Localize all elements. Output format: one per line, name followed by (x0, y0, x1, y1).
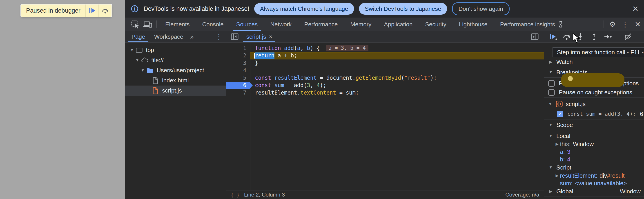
tree-item-index-html[interactable]: index.html (125, 75, 226, 86)
devtools-close-icon[interactable]: ✕ (632, 18, 644, 31)
code-line-7: 7resultElement.textContent = sum; (226, 89, 544, 97)
code-text[interactable]: resultElement.textContent = sum; (250, 89, 544, 97)
code-text[interactable]: return a + b; (250, 52, 544, 59)
code-text[interactable]: } (250, 59, 544, 67)
script-file-icon (556, 100, 563, 108)
inspect-element-button[interactable] (129, 18, 142, 31)
banner-step-over-button[interactable] (98, 5, 112, 17)
pretty-print-icon[interactable]: { } (231, 192, 240, 198)
step-out-button[interactable] (590, 33, 598, 41)
debugger-toolbar (544, 31, 644, 43)
scope-variable-b[interactable]: b: 4 (544, 155, 644, 163)
code-token: } (255, 60, 258, 66)
line-number-4[interactable]: 4 (226, 67, 250, 74)
checkbox[interactable] (548, 89, 555, 96)
disclosure-triangle-icon: ▶ (554, 173, 560, 178)
tab-sources[interactable]: Sources (230, 18, 264, 31)
notification-close-icon[interactable]: ✕ (632, 5, 639, 13)
flask-icon (557, 21, 564, 28)
breakpoint-group-script-js[interactable]: ▼script.js (544, 99, 644, 109)
match-chrome-language-button[interactable]: Always match Chrome's language (254, 3, 354, 15)
code-token: 4 (317, 82, 320, 88)
tab-performance-insights[interactable]: Performance insights (494, 18, 570, 31)
resume-script-button[interactable] (549, 33, 557, 41)
tab-security[interactable]: Security (419, 18, 453, 31)
deactivate-breakpoints-icon (624, 33, 632, 41)
pause-on-caught-exceptions[interactable]: Pause on caught exceptions (544, 88, 644, 97)
watch-section-header[interactable]: ▶Watch (544, 57, 644, 67)
scope-section-header[interactable]: ▼Scope (544, 120, 644, 130)
line-number-2[interactable]: 2 (226, 52, 250, 59)
editor-tab-scriptjs[interactable]: script.js × (242, 31, 276, 42)
notification-bar: DevTools is now available in Japanese! A… (125, 0, 644, 18)
tab-console[interactable]: Console (196, 18, 230, 31)
pane-divider[interactable] (544, 31, 544, 199)
tree-item-top[interactable]: ▼top (125, 45, 226, 55)
scope-variable-a[interactable]: a: 3 (544, 148, 644, 155)
tab-performance[interactable]: Performance (298, 18, 344, 31)
tab-application[interactable]: Application (378, 18, 419, 31)
tab-page[interactable]: Page (127, 31, 150, 42)
code-token: sum (274, 82, 284, 88)
deactivate-breakpoints-button[interactable] (624, 33, 632, 41)
tree-item-label: top (146, 47, 154, 54)
dont-show-again-button[interactable]: Don't show again (452, 2, 510, 15)
scope-variable-this[interactable]: ▶this: Window (544, 140, 644, 148)
line-number-6[interactable]: 6 (226, 82, 250, 89)
scope-group-local[interactable]: ▼Local (544, 132, 644, 140)
code-text[interactable] (250, 67, 544, 74)
tab-label: Sources (236, 18, 258, 31)
kebab-menu-icon[interactable]: ⋮ (619, 18, 632, 31)
banner-resume-button[interactable] (86, 5, 98, 17)
step-into-tooltip: Step into next function call - F11 - ⌘ ; (552, 47, 644, 57)
code-text[interactable]: const resultElement = document.getElemen… (250, 74, 544, 82)
tab-lighthouse[interactable]: Lighthouse (452, 18, 494, 31)
sources-panel: Page Workspace » ⋮ ▼top▼file://▼Users/us… (125, 31, 644, 199)
code-token: const (255, 82, 271, 88)
tree-item-label: index.html (162, 77, 189, 84)
step-into-button[interactable] (576, 33, 585, 41)
collapse-debugger-icon[interactable] (528, 30, 541, 44)
toolbar-divider (156, 21, 157, 28)
editor-tab-close-icon[interactable]: × (269, 34, 272, 40)
disclosure-triangle-icon: ▶ (548, 60, 553, 64)
scope-group-script[interactable]: ▼Script (544, 163, 644, 172)
tab-elements[interactable]: Elements (159, 18, 196, 31)
code-text[interactable]: const sum = add(3, 4); (250, 82, 544, 89)
disclosure-triangle-icon[interactable]: ▼ (140, 68, 146, 73)
line-number-1[interactable]: 1 (226, 45, 250, 52)
tree-item-users-user-project[interactable]: ▼Users/user/project (125, 65, 226, 75)
call-stack-section-header[interactable]: ▼Call Stack (544, 196, 644, 199)
code-editor[interactable]: 1function add(a, b) {a = 3, b = 42return… (226, 43, 544, 190)
main-tabs: ElementsConsoleSourcesNetworkPerformance… (159, 18, 570, 31)
checkbox[interactable] (548, 80, 555, 87)
step-button[interactable] (604, 33, 612, 41)
line-number-7[interactable]: 7 (226, 89, 250, 97)
disclosure-triangle-icon[interactable]: ▼ (129, 48, 135, 53)
variable-name: this: (560, 141, 571, 148)
disclosure-triangle-icon[interactable]: ▼ (134, 58, 140, 63)
tab-workspace[interactable]: Workspace (150, 31, 188, 42)
code-token: ( (294, 45, 297, 51)
scope-variable-resultelement[interactable]: ▶resultElement: div#result (544, 172, 644, 179)
device-toolbar-button[interactable] (142, 18, 154, 31)
checkbox[interactable]: ✓ (557, 111, 563, 117)
scope-group-global[interactable]: ▶GlobalWindow (544, 187, 644, 196)
tab-memory[interactable]: Memory (344, 18, 378, 31)
line-number-3[interactable]: 3 (226, 59, 250, 67)
tab-network[interactable]: Network (264, 18, 298, 31)
switch-devtools-japanese-button[interactable]: Switch DevTools to Japanese (359, 3, 447, 15)
step-over-button[interactable] (562, 33, 571, 41)
line-number-5[interactable]: 5 (226, 74, 250, 82)
collapse-sidebar-icon[interactable] (228, 30, 241, 44)
breakpoint-entry[interactable]: ✓const sum = add(3, 4);6 (544, 109, 644, 119)
scope-variable-sum[interactable]: sum: <value unavailable> (544, 179, 644, 187)
more-tabs-icon[interactable]: » (188, 33, 196, 41)
navigator-kebab-menu-icon[interactable]: ⋮ (215, 33, 222, 40)
code-text[interactable]: function add(a, b) {a = 3, b = 4 (250, 45, 544, 52)
settings-gear-icon[interactable]: ⚙ (606, 18, 619, 31)
tree-item-file[interactable]: ▼file:// (125, 55, 226, 65)
tree-item-script-js[interactable]: script.js (125, 86, 226, 96)
breakpoint-marker[interactable] (226, 82, 253, 89)
pane-divider[interactable] (226, 31, 226, 199)
